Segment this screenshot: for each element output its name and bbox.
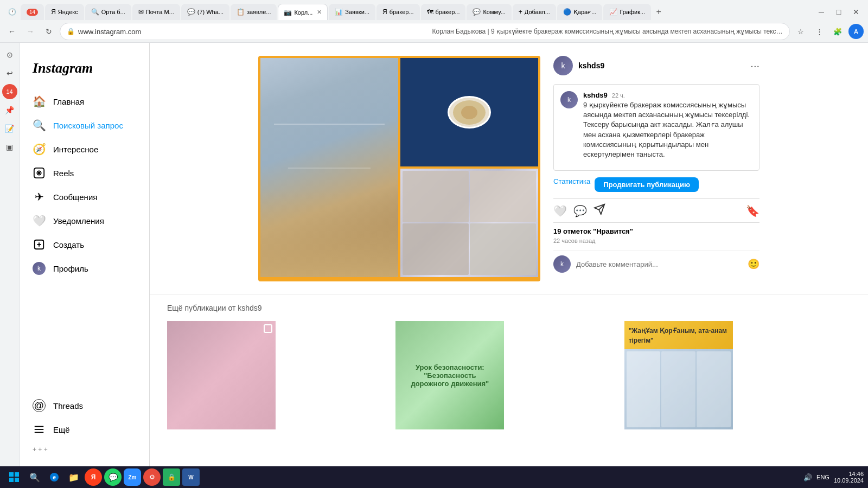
share-button[interactable] [593,203,605,218]
sidebar-item-threads-label: Threads [53,401,83,410]
taskbar-search-icon[interactable]: 🔍 [26,468,43,486]
svg-text:e: e [53,474,56,480]
taskbar-app5-icon[interactable]: ⚙ [143,468,161,486]
tab-1[interactable]: 14 [21,4,44,20]
tab-label-zayvki: Заявки... [345,9,369,15]
new-tab-button[interactable]: + [652,5,665,18]
search-icon: 🔍 [33,119,46,132]
url-bar[interactable]: 🔒 www.instagram.com Корлан Бадыкова | 9 … [60,23,790,40]
sidebar-item-more-label: Ещё [53,425,70,434]
tab-label-ig: Корл... [294,9,312,16]
post-username[interactable]: kshds9 [578,61,604,70]
bookmark-star-icon[interactable]: ☆ [793,24,808,39]
profile-icon[interactable]: A [848,24,864,39]
instagram-main-content: k kshds9 ··· k kshds9 22 ч. [150,43,868,466]
browser-home-icon[interactable]: ⊙ [2,47,17,62]
taskbar-ie-icon[interactable]: e [46,468,63,486]
extensions-icon[interactable]: 🧩 [830,24,845,39]
tab-label-karaganda: Қарағ... [573,9,597,16]
browser-note-icon[interactable]: 📝 [2,121,17,136]
like-button[interactable]: 🤍 [553,204,567,217]
tab-favicon-mail: ✉ [138,8,144,16]
taskbar-folder-icon[interactable]: 📁 [65,468,82,486]
sidebar-extras-btn[interactable]: + + + [33,446,136,453]
system-clock: 14:46 10.09.2024 [834,471,864,484]
post-image-frozen [400,169,538,277]
close-btn[interactable]: ✕ [848,4,864,20]
tab-label-braker2: бракер... [436,9,460,15]
tab-kommu[interactable]: 💬 Комму... [467,4,511,20]
tab-favicon-braker1: Я [382,8,387,16]
tab-braker2[interactable]: 🗺 бракер... [421,4,466,20]
browser-sidebar-icon[interactable]: ▣ [2,139,17,155]
sidebar-item-notifications[interactable]: 🤍 Уведомления [26,209,143,233]
address-bar: ← → ↻ 🔒 www.instagram.com Корлан Бадыков… [0,21,868,42]
comment-button[interactable]: 💬 [573,204,587,217]
forward-button[interactable]: → [23,24,38,39]
tab-instagram[interactable]: 📷 Корл... ✕ [278,4,328,20]
tab-label-braker1: бракер... [390,9,414,15]
clock-date: 10.09.2024 [834,477,864,484]
sidebar-item-threads[interactable]: @ Threads [26,394,143,418]
back-button[interactable]: ← [4,24,20,39]
browser-pin-icon[interactable]: 📌 [2,102,17,118]
sidebar-item-messages-label: Сообщения [53,192,97,202]
comment-username[interactable]: kshds9 [583,91,608,99]
tab-braker1[interactable]: Я бракер... [376,4,420,20]
tab-label-docs: заявле... [247,9,271,15]
sidebar-item-create[interactable]: Создать [26,233,143,256]
sidebar-item-more[interactable]: Ещё [26,418,143,441]
tab-close-ig[interactable]: ✕ [317,9,322,16]
tab-karaganda[interactable]: 🔵 Қарағ... [557,4,603,20]
start-button[interactable] [4,467,24,487]
sidebar-item-profile-label: Профиль [53,264,88,273]
tab-graphic[interactable]: 📈 График... [603,4,651,20]
sidebar-item-reels[interactable]: Reels [26,161,143,185]
sidebar-item-search[interactable]: 🔍 Поисковый запрос [26,113,143,137]
tab-favicon-zayvki: 📊 [335,8,343,16]
tab-favicon-add: + [519,8,522,16]
sidebar-item-profile[interactable]: k Профиль [26,256,143,280]
more-post-thumb-2[interactable]: Урок безопасности: "Безопасность дорожно… [395,321,504,429]
add-comment-input[interactable] [576,260,742,268]
tab-mail[interactable]: ✉ Почта М... [132,4,180,20]
taskbar-zoom-icon[interactable]: Zm [124,468,141,486]
more-post-thumb-3[interactable]: "ЖаңҰам ҚорҒаным, ата-анам тірегім" [624,321,733,429]
thumb-overlay-1 [264,324,272,333]
post-options-button[interactable]: ··· [750,60,760,72]
tab-favicon-wa: 💬 [187,8,195,16]
post-images [258,56,540,281]
browser-refresh-icon[interactable]: 14 [2,84,17,99]
more-options-icon[interactable]: ⋮ [812,24,827,39]
bookmark-button[interactable]: 🔖 [746,204,760,217]
svg-rect-10 [15,472,19,477]
tab-search[interactable]: 🔍 Орта б... [85,4,131,20]
tab-docs[interactable]: 📋 заявле... [231,4,277,20]
tab-whatsapp[interactable]: 💬 (7) Wha... [181,4,229,20]
statistics-link[interactable]: Статистика [553,177,590,192]
promote-button[interactable]: Продвигать публикацию [595,177,699,192]
tab-favicon-braker2: 🗺 [427,8,433,16]
more-post-thumb-1[interactable] [167,321,276,429]
tab-zayvki[interactable]: 📊 Заявки... [329,4,375,20]
sidebar-item-home[interactable]: 🏠 Главная [26,89,143,113]
tab-favicon-search: 🔍 [91,8,99,16]
tab-yandex[interactable]: Я Яндекс [45,4,84,20]
sidebar-item-explore[interactable]: 🧭 Интересное [26,137,143,161]
tab-add[interactable]: + Добавл... [513,4,556,20]
taskbar-lang[interactable]: ENG [816,474,829,480]
taskbar-word-icon[interactable]: W [182,468,200,486]
maximize-btn[interactable]: □ [831,4,846,20]
taskbar-whatsapp-icon[interactable]: 💬 [104,468,122,486]
taskbar-volume-icon[interactable]: 🔊 [803,473,812,481]
taskbar-yandex-icon[interactable]: Я [85,468,102,486]
svg-rect-12 [15,478,19,482]
taskbar-app6-icon[interactable]: 🔒 [163,468,180,486]
back-time-btn[interactable]: 🕐 [4,4,20,20]
sidebar-item-messages[interactable]: ✈ Сообщения [26,185,143,209]
browser-history-icon[interactable]: ↩ [2,66,17,81]
clock-time: 14:46 [834,471,864,477]
emoji-button[interactable]: 🙂 [748,258,760,270]
minimize-btn[interactable]: ─ [814,4,829,20]
reload-button[interactable]: ↻ [41,24,56,39]
